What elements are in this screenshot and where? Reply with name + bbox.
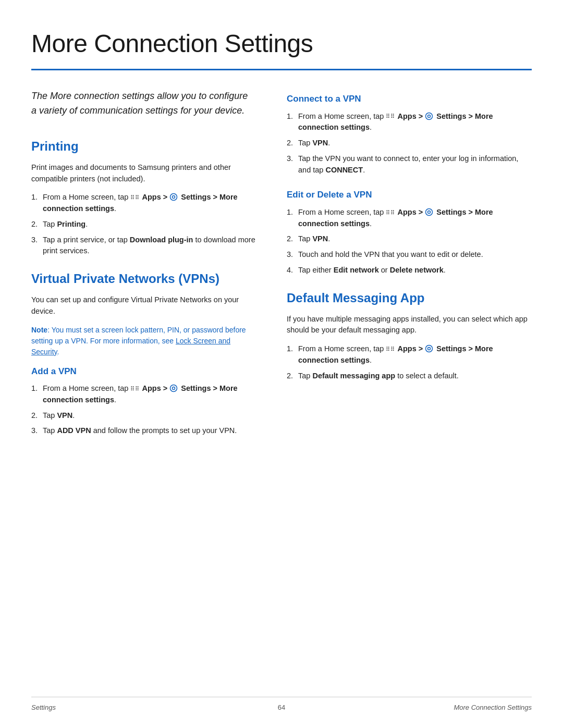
svg-point-3	[173, 387, 175, 390]
footer-left: Settings	[31, 702, 56, 713]
edit-vpn-steps: 1. From a Home screen, tap ⠿⠿ Apps > Set…	[287, 207, 532, 276]
list-item: 3. Tap a print service, or tap Download …	[31, 235, 255, 257]
footer: Settings 64 More Connection Settings	[31, 697, 532, 713]
edit-vpn-title: Edit or Delete a VPN	[287, 188, 532, 202]
list-item: 3. Tap the VPN you want to connect to, e…	[287, 153, 532, 176]
list-item: 2. Tap Default messaging app to select a…	[287, 371, 532, 382]
apps-icon: ⠿⠿	[130, 193, 139, 202]
lock-screen-link[interactable]: Lock Screen and Security	[31, 337, 230, 356]
vpns-description: You can set up and configure Virtual Pri…	[31, 294, 255, 317]
svg-point-5	[428, 115, 431, 117]
default-messaging-steps: 1. From a Home screen, tap ⠿⠿ Apps > Set…	[287, 343, 532, 381]
connect-vpn-steps: 1. From a Home screen, tap ⠿⠿ Apps > Set…	[287, 111, 532, 176]
svg-point-1	[173, 196, 175, 199]
svg-point-6	[426, 208, 433, 215]
svg-point-4	[426, 113, 433, 119]
default-messaging-description: If you have multiple messaging apps inst…	[287, 314, 532, 337]
edit-vpn-section: Edit or Delete a VPN 1. From a Home scre…	[287, 188, 532, 276]
settings-icon	[425, 112, 433, 120]
list-item: 3. Touch and hold the VPN that you want …	[287, 249, 532, 261]
page-title: More Connection Settings	[31, 25, 532, 63]
connect-vpn-title: Connect to a VPN	[287, 92, 532, 106]
list-item: 3. Tap ADD VPN and follow the prompts to…	[31, 425, 255, 437]
intro-text: The More connection settings allow you t…	[31, 89, 255, 118]
printing-steps: 1. From a Home screen, tap ⠿⠿ Apps > Set…	[31, 192, 255, 257]
svg-point-7	[428, 211, 431, 213]
list-item: 2. Tap VPN.	[287, 138, 532, 149]
list-item: 1. From a Home screen, tap ⠿⠿ Apps > Set…	[31, 383, 255, 406]
apps-icon: ⠿⠿	[386, 208, 395, 217]
apps-icon: ⠿⠿	[386, 345, 395, 354]
apps-icon: ⠿⠿	[130, 385, 139, 393]
add-vpn-title: Add a VPN	[31, 365, 255, 378]
list-item: 1. From a Home screen, tap ⠿⠿ Apps > Set…	[287, 111, 532, 134]
default-messaging-section: Default Messaging App If you have multip…	[287, 289, 532, 382]
left-column: The More connection settings allow you t…	[31, 89, 255, 447]
svg-point-8	[426, 346, 433, 352]
vpns-section: Virtual Private Networks (VPNs) You can …	[31, 269, 255, 437]
content-area: The More connection settings allow you t…	[31, 89, 532, 447]
add-vpn-steps: 1. From a Home screen, tap ⠿⠿ Apps > Set…	[31, 383, 255, 437]
apps-icon: ⠿⠿	[386, 112, 395, 121]
printing-title: Printing	[31, 137, 255, 156]
settings-icon	[425, 344, 433, 353]
list-item: 2. Tap VPN.	[287, 233, 532, 245]
page: More Connection Settings The More connec…	[0, 0, 563, 728]
printing-description: Print images and documents to Samsung pr…	[31, 162, 255, 185]
default-messaging-title: Default Messaging App	[287, 289, 532, 307]
list-item: 2. Tap Printing.	[31, 219, 255, 230]
vpns-title: Virtual Private Networks (VPNs)	[31, 269, 255, 288]
list-item: 1. From a Home screen, tap ⠿⠿ Apps > Set…	[31, 192, 255, 215]
list-item: 4. Tap either Edit network or Delete net…	[287, 265, 532, 276]
list-item: 1. From a Home screen, tap ⠿⠿ Apps > Set…	[287, 343, 532, 366]
title-divider	[31, 69, 532, 70]
right-column: Connect to a VPN 1. From a Home screen, …	[287, 89, 532, 447]
svg-point-9	[428, 348, 431, 350]
connect-vpn-section: Connect to a VPN 1. From a Home screen, …	[287, 92, 532, 176]
settings-icon	[425, 208, 433, 216]
footer-page-number: 64	[278, 702, 285, 713]
svg-point-0	[170, 194, 177, 201]
settings-icon	[169, 384, 178, 392]
svg-point-2	[170, 385, 177, 392]
printing-section: Printing Print images and documents to S…	[31, 137, 255, 257]
settings-icon	[169, 193, 178, 201]
footer-right: More Connection Settings	[454, 702, 532, 713]
vpns-note: Note: You must set a screen lock pattern…	[31, 325, 255, 357]
list-item: 2. Tap VPN.	[31, 410, 255, 422]
list-item: 1. From a Home screen, tap ⠿⠿ Apps > Set…	[287, 207, 532, 230]
